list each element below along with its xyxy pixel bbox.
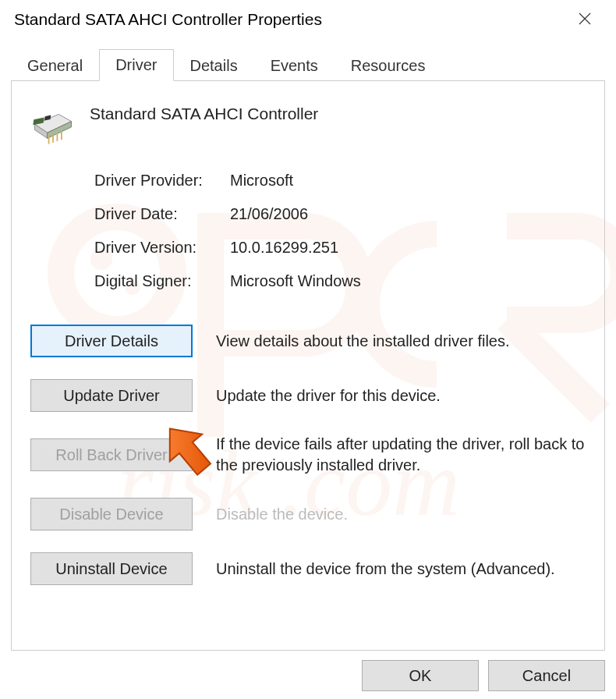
- tab-resources[interactable]: Resources: [335, 50, 442, 81]
- driver-actions: Driver Details View details about the in…: [30, 325, 589, 585]
- driver-details-desc: View details about the installed driver …: [216, 331, 589, 352]
- rollback-driver-desc: If the device fails after updating the d…: [216, 434, 589, 476]
- driver-provider-label: Driver Provider:: [94, 172, 230, 190]
- tab-events[interactable]: Events: [254, 50, 335, 81]
- driver-date-value: 21/06/2006: [230, 205, 308, 223]
- tab-panel-driver: Standard SATA AHCI Controller Driver Pro…: [11, 81, 605, 651]
- uninstall-device-desc: Uninstall the device from the system (Ad…: [216, 559, 589, 580]
- digital-signer-label: Digital Signer:: [94, 272, 230, 290]
- rollback-driver-button: Roll Back Driver: [30, 438, 193, 471]
- device-header: Standard SATA AHCI Controller: [30, 103, 589, 148]
- driver-version-value: 10.0.16299.251: [230, 239, 338, 257]
- digital-signer-value: Microsoft Windows: [230, 272, 361, 290]
- tab-strip: General Driver Details Events Resources: [11, 48, 605, 81]
- driver-details-button[interactable]: Driver Details: [30, 325, 193, 357]
- tab-driver[interactable]: Driver: [99, 49, 173, 81]
- driver-date-label: Driver Date:: [94, 205, 230, 223]
- title-bar: Standard SATA AHCI Controller Properties: [0, 0, 616, 34]
- driver-version-label: Driver Version:: [94, 239, 230, 257]
- update-driver-button[interactable]: Update Driver: [30, 379, 193, 412]
- tab-details[interactable]: Details: [174, 50, 254, 81]
- cancel-button[interactable]: Cancel: [488, 660, 605, 691]
- disable-device-button: Disable Device: [30, 498, 193, 530]
- window-title: Standard SATA AHCI Controller Properties: [14, 10, 322, 29]
- close-icon: [579, 9, 591, 30]
- ok-button[interactable]: OK: [362, 660, 479, 691]
- disable-device-desc: Disable the device.: [216, 504, 589, 525]
- tab-general[interactable]: General: [11, 50, 99, 81]
- device-controller-icon: [30, 103, 76, 148]
- driver-info-section: Driver Provider: Microsoft Driver Date: …: [94, 172, 589, 290]
- uninstall-device-button[interactable]: Uninstall Device: [30, 552, 193, 585]
- device-name: Standard SATA AHCI Controller: [90, 103, 318, 123]
- driver-provider-value: Microsoft: [230, 172, 293, 190]
- dialog-footer: OK Cancel: [362, 660, 605, 691]
- close-button[interactable]: [569, 7, 600, 32]
- update-driver-desc: Update the driver for this device.: [216, 385, 589, 406]
